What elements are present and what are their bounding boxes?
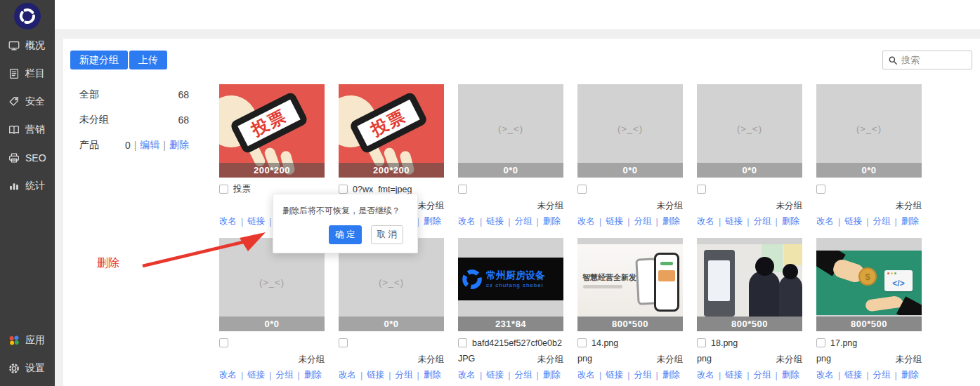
app-logo[interactable]	[14, 3, 41, 29]
card-action-group[interactable]: 分组	[515, 369, 533, 381]
new-group-button[interactable]: 新建分组	[70, 51, 128, 69]
select-checkbox[interactable]	[697, 338, 706, 347]
sidebar-item-overview[interactable]: 概况	[0, 32, 55, 60]
card-action-rename[interactable]: 改名	[816, 215, 834, 227]
group-item-product[interactable]: 产品 0 | 编辑 | 删除	[79, 133, 189, 158]
select-checkbox[interactable]	[816, 338, 825, 347]
person-silhouette	[749, 271, 780, 317]
card-action-link[interactable]: 链接	[844, 369, 862, 381]
select-checkbox[interactable]	[577, 185, 587, 194]
select-checkbox[interactable]	[339, 338, 348, 347]
sidebar-item-marketing[interactable]: 营销	[0, 116, 55, 144]
card-action-link[interactable]: 链接	[486, 369, 504, 381]
card-action-rename[interactable]: 改名	[219, 369, 237, 381]
image-thumbnail[interactable]: 常州厨房设备 cz chufang shebei 231*84	[458, 238, 563, 331]
sidebar-item-security[interactable]: 安全	[0, 88, 55, 116]
separator: |	[895, 371, 897, 380]
sidebar-item-seo[interactable]: SEO	[0, 144, 55, 172]
annotation-arrow-icon	[137, 228, 270, 270]
select-checkbox[interactable]	[219, 338, 228, 347]
select-checkbox[interactable]	[458, 185, 467, 194]
card-action-delete[interactable]: 删除	[424, 369, 441, 381]
card-action-delete[interactable]: 删除	[901, 369, 919, 381]
sidebar-item-statistics[interactable]: 统计	[0, 172, 55, 200]
card-action-rename[interactable]: 改名	[816, 369, 834, 381]
card-action-group[interactable]: 分组	[396, 369, 413, 381]
meta-row: 未分组	[219, 354, 325, 364]
group-edit-link[interactable]: 编辑	[140, 139, 159, 152]
card-action-rename[interactable]: 改名	[339, 369, 356, 381]
card-action-delete[interactable]: 删除	[662, 215, 680, 227]
confirm-button[interactable]: 确 定	[329, 225, 361, 244]
card-action-link[interactable]: 链接	[606, 369, 623, 381]
search-box[interactable]	[882, 51, 972, 69]
card-action-delete[interactable]: 删除	[424, 215, 441, 227]
cancel-button[interactable]: 取 消	[371, 225, 403, 244]
card-action-link[interactable]: 链接	[247, 369, 265, 381]
group-item-all[interactable]: 全部 68	[79, 82, 189, 107]
filename-row: 14.png	[577, 338, 683, 348]
image-thumbnail[interactable]: (>_<) 0*0	[577, 84, 683, 178]
image-type-label: JPG	[458, 354, 475, 364]
card-action-link[interactable]: 链接	[367, 369, 384, 381]
filename-row	[577, 184, 683, 194]
sidebar-item-label: 营销	[25, 124, 45, 136]
card-action-link[interactable]: 链接	[844, 215, 862, 227]
card-action-group[interactable]: 分组	[515, 215, 533, 227]
image-thumbnail[interactable]: $ </> 800*500	[816, 238, 922, 331]
select-checkbox[interactable]	[577, 338, 587, 347]
card-action-delete[interactable]: 删除	[782, 369, 799, 381]
card-action-rename[interactable]: 改名	[577, 369, 595, 381]
separator: |	[776, 217, 778, 227]
card-action-link[interactable]: 链接	[247, 215, 265, 227]
image-thumbnail[interactable]: (>_<) 0*0	[697, 84, 802, 178]
card-action-rename[interactable]: 改名	[219, 215, 237, 227]
image-thumbnail[interactable]: 投票 200*200	[219, 84, 325, 178]
card-action-group[interactable]: 分组	[276, 369, 294, 381]
card-action-rename[interactable]: 改名	[458, 369, 476, 381]
card-action-delete[interactable]: 删除	[543, 215, 561, 227]
image-thumbnail[interactable]: (>_<) 0*0	[816, 84, 922, 178]
card-action-delete[interactable]: 删除	[782, 215, 799, 227]
upload-button[interactable]: 上传	[129, 51, 167, 69]
card-action-link[interactable]: 链接	[486, 215, 504, 227]
image-thumbnail[interactable]: 智慧经营全新发布 800*500	[577, 238, 683, 331]
card-action-group[interactable]: 分组	[873, 215, 891, 227]
card-action-rename[interactable]: 改名	[577, 215, 595, 227]
select-checkbox[interactable]	[816, 185, 825, 194]
card-action-group[interactable]: 分组	[754, 215, 771, 227]
card-action-rename[interactable]: 改名	[458, 215, 476, 227]
select-checkbox[interactable]	[219, 185, 228, 194]
card-action-group[interactable]: 分组	[634, 215, 652, 227]
search-input[interactable]	[901, 55, 967, 65]
group-delete-link[interactable]: 删除	[169, 139, 189, 152]
card-action-link[interactable]: 链接	[606, 215, 623, 227]
card-action-link[interactable]: 链接	[725, 215, 743, 227]
card-action-delete[interactable]: 删除	[662, 369, 680, 381]
select-checkbox[interactable]	[339, 185, 348, 194]
separator: |	[360, 371, 362, 380]
kitchen-title-text: 常州厨房设备	[486, 269, 545, 282]
card-action-link[interactable]: 链接	[725, 369, 743, 381]
card-action-delete[interactable]: 删除	[901, 215, 919, 227]
card-action-group[interactable]: 分组	[634, 369, 652, 381]
separator: |	[480, 217, 482, 227]
image-thumbnail[interactable]: 800*500	[697, 238, 802, 331]
image-thumbnail[interactable]: (>_<) 0*0	[458, 84, 563, 178]
sidebar-item-columns[interactable]: 栏目	[0, 60, 55, 88]
card-action-delete[interactable]: 删除	[304, 369, 322, 381]
card-action-rename[interactable]: 改名	[697, 369, 714, 381]
card-action-group[interactable]: 分组	[873, 369, 891, 381]
group-item-ungrouped[interactable]: 未分组 68	[79, 107, 189, 133]
card-action-delete[interactable]: 删除	[543, 369, 561, 381]
separator: |	[747, 371, 749, 380]
sidebar-item-apps[interactable]: 应用	[0, 326, 55, 354]
select-checkbox[interactable]	[458, 338, 467, 347]
select-checkbox[interactable]	[697, 185, 706, 194]
sidebar-item-settings[interactable]: 设置	[0, 354, 55, 382]
separator: |	[627, 371, 629, 380]
card-action-rename[interactable]: 改名	[697, 215, 714, 227]
card-action-group[interactable]: 分组	[754, 369, 771, 381]
image-size-badge: 800*500	[577, 317, 683, 331]
image-thumbnail[interactable]: 投票 200*200	[339, 84, 444, 178]
